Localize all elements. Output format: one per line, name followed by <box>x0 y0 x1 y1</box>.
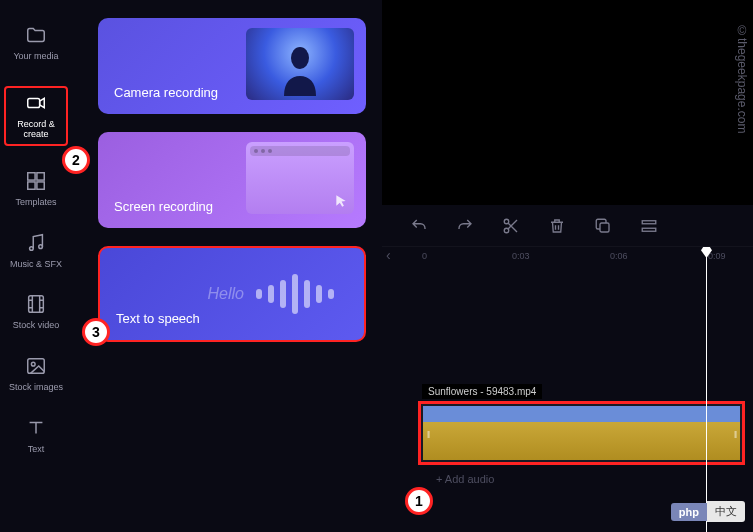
svg-point-6 <box>39 244 43 248</box>
person-silhouette-icon <box>280 44 320 96</box>
add-audio-hint[interactable]: + Add audio <box>436 473 494 485</box>
cursor-icon <box>334 194 348 208</box>
ruler-tick: 0:06 <box>610 251 628 261</box>
annotation-badge-2: 2 <box>62 146 90 174</box>
card-camera-recording[interactable]: Camera recording <box>98 18 366 114</box>
film-icon <box>25 293 47 315</box>
svg-rect-2 <box>37 172 44 179</box>
clip-filename: Sunflowers - 59483.mp4 <box>422 384 542 399</box>
sidebar-item-text[interactable]: Text <box>0 417 72 455</box>
sidebar-item-label: Stock video <box>13 321 60 331</box>
sidebar: Your media Record & create Templates Mus… <box>0 0 72 532</box>
svg-point-5 <box>30 246 34 250</box>
timeline-toolbar <box>382 205 753 247</box>
undo-icon[interactable] <box>410 217 428 235</box>
sidebar-item-music-sfx[interactable]: Music & SFX <box>0 232 72 270</box>
card-title: Screen recording <box>114 199 213 214</box>
image-icon <box>25 355 47 377</box>
clip-handle-right[interactable]: || <box>730 406 740 460</box>
split-icon[interactable] <box>502 217 520 235</box>
annotation-badge-1: 1 <box>405 487 433 515</box>
php-label: php <box>671 503 707 521</box>
svg-rect-15 <box>642 228 656 231</box>
camera-icon <box>25 92 47 114</box>
ruler-tick: 0 <box>422 251 427 261</box>
sidebar-item-label: Record & create <box>17 120 55 140</box>
svg-rect-3 <box>28 182 35 189</box>
video-clip[interactable]: || || <box>418 401 745 465</box>
sidebar-item-record-create[interactable]: Record & create <box>4 86 68 146</box>
ruler-tick: 0:09 <box>708 251 726 261</box>
card-title: Text to speech <box>116 311 200 326</box>
clip-handle-left[interactable]: || <box>423 406 433 460</box>
sidebar-item-label: Stock images <box>9 383 63 393</box>
sidebar-item-templates[interactable]: Templates <box>0 170 72 208</box>
folder-icon <box>25 24 47 46</box>
track-header <box>382 269 418 429</box>
video-preview <box>382 0 753 205</box>
card-text-to-speech[interactable]: Text to speech Hello <box>98 246 366 342</box>
playhead[interactable] <box>706 247 707 532</box>
timeline: ‹ 0 0:03 0:06 0:09 Sunflowers - 59483.mp… <box>382 205 753 532</box>
ruler-tick: 0:03 <box>512 251 530 261</box>
screen-thumbnail <box>246 142 354 214</box>
trash-icon[interactable] <box>548 217 566 235</box>
waveform-icon <box>256 274 334 314</box>
sidebar-item-label: Your media <box>13 52 58 62</box>
camera-thumbnail <box>246 28 354 100</box>
hello-text: Hello <box>208 285 244 303</box>
svg-rect-14 <box>642 220 656 223</box>
window-chrome-icon <box>250 146 350 156</box>
svg-point-9 <box>31 363 35 367</box>
sidebar-item-stock-video[interactable]: Stock video <box>0 293 72 331</box>
annotation-badge-3: 3 <box>82 318 110 346</box>
templates-icon <box>25 170 47 192</box>
svg-rect-8 <box>28 359 45 374</box>
text-icon <box>25 417 47 439</box>
timeline-ruler[interactable]: 0 0:03 0:06 0:09 <box>382 247 753 269</box>
svg-rect-1 <box>28 172 35 179</box>
svg-rect-13 <box>600 223 609 232</box>
record-create-panel: Camera recording Screen recording Text t… <box>72 0 382 532</box>
card-title: Camera recording <box>114 85 218 100</box>
sidebar-item-your-media[interactable]: Your media <box>0 24 72 62</box>
svg-rect-4 <box>37 182 44 189</box>
svg-rect-0 <box>28 98 40 107</box>
svg-point-10 <box>291 47 309 69</box>
php-badge: php 中文 <box>671 501 745 522</box>
sidebar-item-label: Music & SFX <box>10 260 62 270</box>
sidebar-item-label: Text <box>28 445 45 455</box>
svg-rect-7 <box>29 296 44 313</box>
redo-icon[interactable] <box>456 217 474 235</box>
sidebar-item-label: Templates <box>15 198 56 208</box>
copy-icon[interactable] <box>594 217 612 235</box>
sidebar-item-stock-images[interactable]: Stock images <box>0 355 72 393</box>
card-screen-recording[interactable]: Screen recording <box>98 132 366 228</box>
php-lang: 中文 <box>707 501 745 522</box>
settings-icon[interactable] <box>640 217 658 235</box>
music-icon <box>25 232 47 254</box>
watermark-text: ©thegeekpage.com <box>735 24 749 133</box>
